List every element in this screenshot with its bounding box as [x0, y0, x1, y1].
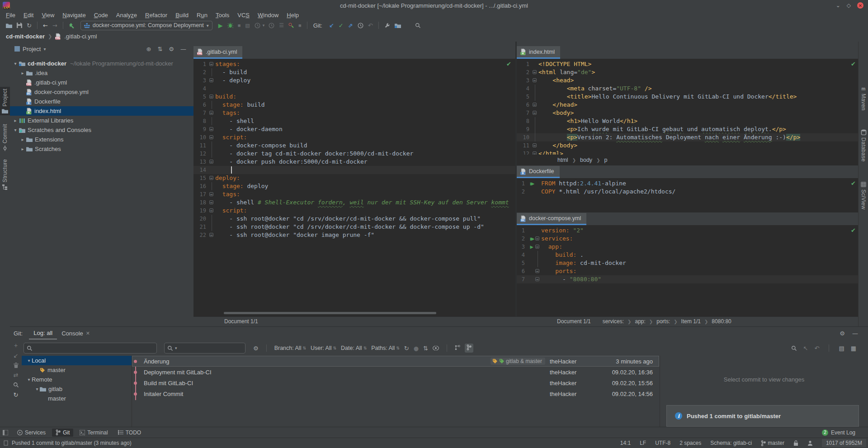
commit-row[interactable]: Initaler CommittheHacker09.02.20, 14:56	[132, 388, 659, 399]
close-tab-icon[interactable]: ✕	[86, 330, 90, 336]
editor-tab-docker-compose-yml[interactable]: DCdocker-compose.yml	[517, 213, 586, 225]
code-line[interactable]: 8 <h1>Hello World</h1>	[517, 117, 858, 125]
run-anything-icon[interactable]: ▧	[245, 23, 250, 28]
save-icon[interactable]	[17, 23, 22, 28]
code-line[interactable]: 3 - deploy	[193, 76, 515, 85]
code-line[interactable]: 10 <p>Version 2: Automatisches Deploymen…	[517, 133, 858, 141]
editor-index-html[interactable]: 1<!DOCTYPE HTML>2<html lang="de">3 <head…	[517, 59, 858, 155]
run-icon[interactable]: ▶	[218, 23, 223, 28]
code-line[interactable]: 19 script:	[193, 207, 515, 215]
code-line[interactable]: 1version: "2"	[517, 226, 858, 235]
collapse-graph-icon[interactable]	[455, 345, 460, 352]
push-notification[interactable]: i Pushed 1 commit to gitlab/master	[666, 405, 859, 427]
code-line[interactable]: 21 - ssh root@docker "cd /srv/docker/cd-…	[193, 223, 515, 231]
status-message[interactable]: Pushed 1 commit to gitlab/master (3 minu…	[12, 440, 132, 446]
attach-icon[interactable]	[288, 23, 294, 28]
show-in-files-icon[interactable]	[395, 23, 401, 28]
code-line[interactable]: 1stages:	[193, 60, 515, 68]
fold-marker[interactable]	[209, 207, 215, 215]
stripe-sciview[interactable]: SciView	[859, 180, 868, 212]
code-line[interactable]: 1▶▶FROM httpd:2.4.41-alpine	[517, 179, 858, 188]
breadcrumb-project[interactable]: cd-mit-docker	[6, 33, 45, 40]
code-line[interactable]: 2<html lang="de">	[517, 68, 858, 76]
branch-row-remote[interactable]: ▾Remote	[22, 375, 132, 384]
editor-tab--gitlab-ci-yml[interactable]: YML.gitlab-ci.yml	[193, 46, 242, 59]
navigate-icon[interactable]: ⇄	[14, 372, 19, 378]
toolwindow-git[interactable]: Git	[52, 429, 73, 437]
menu-item-code[interactable]: Code	[90, 11, 112, 20]
code-line[interactable]: 17 tags:	[193, 190, 515, 198]
log-search-field[interactable]	[24, 343, 157, 354]
delete-icon[interactable]	[14, 363, 19, 368]
editor-gitlab-ci[interactable]: 1stages:2 - build3 - deploy45build:6 sta…	[193, 59, 515, 316]
git-tab-console[interactable]: Console✕	[57, 327, 94, 340]
toolwindow-services[interactable]: Services	[14, 429, 49, 437]
code-line[interactable]: 5build:	[193, 93, 515, 101]
toolwindow-terminal[interactable]: Terminal	[76, 429, 111, 437]
compose-breadcrumb-item[interactable]: services:	[603, 318, 624, 325]
editor-dockerfile[interactable]: 1▶▶FROM httpd:2.4.41-alpine2COPY *.html …	[517, 178, 858, 212]
lock-icon[interactable]	[793, 440, 798, 446]
code-line[interactable]: 14	[193, 166, 515, 174]
editor-tab-dockerfile[interactable]: DDockerfile	[517, 166, 560, 178]
fold-marker[interactable]	[535, 243, 541, 251]
menu-item-vcs[interactable]: VCS	[233, 11, 254, 20]
tree-item-scratches[interactable]: ▸Scratches	[10, 144, 193, 154]
find-icon[interactable]	[13, 382, 19, 388]
profiler-icon[interactable]	[255, 23, 260, 28]
memory-indicator[interactable]: 1017 of 5952M	[822, 439, 866, 447]
commit-icon[interactable]: ✓	[339, 23, 344, 28]
filter-settings-icon[interactable]: ⚙	[253, 345, 259, 352]
chevron-right-icon[interactable]: ▸	[20, 71, 25, 75]
chevron-down-icon[interactable]: ▾	[43, 47, 46, 52]
chevron-right-icon[interactable]: ▸	[13, 118, 18, 123]
html-breadcrumb-item[interactable]: html	[557, 157, 568, 163]
fold-marker[interactable]	[209, 158, 215, 166]
fold-marker[interactable]	[535, 275, 541, 283]
html-breadcrumb-item[interactable]: p	[604, 157, 608, 163]
code-line[interactable]: 7 <body>	[517, 109, 858, 117]
stop-all-icon[interactable]: ■	[298, 23, 302, 28]
coverage-icon[interactable]	[269, 23, 274, 28]
event-log-button[interactable]: 2Event Log	[822, 429, 868, 436]
code-line[interactable]: 7 - "8080:80"	[517, 275, 858, 283]
fold-marker[interactable]	[209, 198, 215, 207]
code-line[interactable]: 22 - ssh root@docker "docker image prune…	[193, 231, 515, 239]
history-icon[interactable]	[358, 23, 363, 28]
fold-marker[interactable]	[209, 76, 215, 85]
chevron-right-icon[interactable]: ▸	[20, 146, 25, 151]
fold-marker[interactable]	[532, 109, 538, 117]
compose-breadcrumb-item[interactable]: Item 1/1	[681, 318, 701, 325]
stop-icon[interactable]: ■	[238, 23, 241, 28]
editor-tab-index-html[interactable]: Hindex.html	[517, 46, 560, 59]
tree-item-docker-compose-yml[interactable]: DCdocker-compose.yml	[10, 87, 193, 97]
forward-icon[interactable]: →	[52, 22, 57, 29]
fold-marker[interactable]	[209, 125, 215, 133]
fold-marker[interactable]	[209, 133, 215, 141]
chevron-down-icon[interactable]: ▾	[13, 61, 18, 66]
code-line[interactable]: 13 - docker push docker:5000/cd-mit-dock…	[193, 158, 515, 166]
tree-item-index-html[interactable]: Hindex.html	[10, 106, 193, 116]
filter-paths[interactable]: Paths: All⇅	[371, 345, 400, 351]
filter-branch[interactable]: Branch: All⇅	[274, 345, 306, 351]
menu-item-view[interactable]: View	[38, 11, 58, 20]
code-line[interactable]: 6 </head>	[517, 101, 858, 109]
tree-item--idea[interactable]: ▸.idea	[10, 68, 193, 78]
code-line[interactable]: 9 <p>Ich wurde mit GitLab-CI gebaut und …	[517, 125, 858, 133]
code-line[interactable]: 3 <head>	[517, 76, 858, 85]
fold-marker[interactable]	[209, 109, 215, 117]
chevron-down-icon[interactable]: ▾	[26, 377, 32, 382]
breadcrumb-file[interactable]: .gitlab-ci.yml	[64, 33, 97, 40]
fold-marker[interactable]	[209, 190, 215, 198]
branch-view-icon[interactable]	[465, 344, 473, 353]
stripe-database[interactable]: Database	[859, 127, 868, 164]
back-icon[interactable]: ←	[43, 22, 48, 29]
refresh-icon[interactable]: ↻	[404, 345, 409, 352]
code-line[interactable]: 12 - docker tag cd-mit-docker docker:500…	[193, 150, 515, 158]
rollback-icon[interactable]: ↶	[368, 23, 373, 28]
rollback-icon[interactable]: ↶	[815, 345, 820, 352]
status-item[interactable]: 14:1	[620, 440, 631, 446]
fold-marker[interactable]	[532, 68, 538, 76]
code-line[interactable]: 9 - docker-daemon	[193, 125, 515, 133]
compose-breadcrumb-item[interactable]: 8080:80	[712, 318, 731, 325]
